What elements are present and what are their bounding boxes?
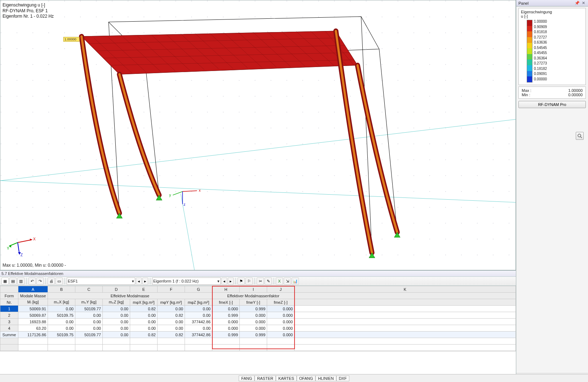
tb-btn-display[interactable]: ▭	[56, 277, 63, 285]
table-row[interactable]: 4 63.200.000.00 0.000.000.00 0.000.0000.…	[0, 325, 516, 332]
annotation-value: 1.00000	[65, 37, 76, 41]
svg-marker-48	[9, 245, 11, 248]
tb-btn-f1[interactable]: ⚑	[238, 277, 245, 285]
col-letter-g[interactable]: G	[185, 286, 212, 293]
viewport-3d[interactable]: x y z 1.00000 Eigenschwingung u [-] RF-D…	[0, 0, 516, 270]
col-letter-c[interactable]: C	[75, 286, 103, 293]
status-raster[interactable]: RASTER	[255, 376, 276, 381]
rf-dynam-pro-button[interactable]: RF-DYNAM Pro	[518, 101, 586, 108]
table-sum-row: Summe 117126.8650109.7550109.770.000.82 …	[0, 332, 516, 338]
table-title: 5.7 Effektive Modalmassenfaktoren	[0, 271, 516, 277]
tb-btn-redo[interactable]: ↷	[36, 277, 44, 285]
tb-btn-f4[interactable]: ✎	[265, 277, 272, 285]
panel-minmax: Max :1.00000 Min :0.00000	[518, 86, 586, 99]
col-letter-k[interactable]: K	[295, 286, 516, 293]
col-letter-e[interactable]: E	[130, 286, 158, 293]
tb-btn-2[interactable]: ▤	[9, 277, 17, 285]
loadcase-combo[interactable]: ESF1▾	[67, 277, 135, 285]
status-kartes[interactable]: KARTES	[276, 376, 297, 381]
global-axis-triad: X Y Z	[7, 232, 39, 257]
tb-btn-3[interactable]: ▥	[17, 277, 25, 285]
prev-case-button[interactable]: ◂	[136, 277, 142, 285]
next-mode-button[interactable]: ▸	[228, 277, 234, 285]
color-legend: Eigenschwingung u [-] 1.000000.909090.81…	[518, 8, 586, 85]
col-letter-d[interactable]: D	[103, 286, 130, 293]
svg-line-54	[580, 137, 582, 138]
viewport-title: Eigenschwingung u [-] RF-DYNAM Pro, ESF …	[3, 3, 54, 19]
status-dxf[interactable]: DXF	[336, 376, 349, 381]
table-row[interactable]: 3 16923.880.000.00 0.000.000.00 377442.8…	[0, 319, 516, 325]
panel-titlebar[interactable]: Panel 📌 ✕	[516, 0, 588, 6]
svg-point-53	[578, 134, 581, 137]
col-letter-b[interactable]: B	[48, 286, 75, 293]
col-letter-j[interactable]: J	[267, 286, 295, 293]
tb-btn-f3[interactable]: ✂	[257, 277, 264, 285]
results-table-area: 5.7 Effektive Modalmassenfaktoren ▦ ▤ ▥ …	[0, 270, 516, 382]
zoom-extents-button[interactable]	[576, 132, 584, 140]
status-hlinien[interactable]: HLINIEN	[315, 376, 336, 381]
tb-btn-undo[interactable]: ↶	[28, 277, 36, 285]
svg-text:z: z	[184, 203, 185, 206]
mode-combo[interactable]: Eigenform 1 (f : 0.022 Hz)▾	[152, 277, 221, 285]
tb-btn-f2[interactable]: ⚐	[246, 277, 253, 285]
svg-text:Y: Y	[7, 246, 9, 250]
next-case-button[interactable]: ▸	[142, 277, 148, 285]
tb-btn-1[interactable]: ▦	[1, 277, 9, 285]
svg-text:x: x	[199, 188, 200, 192]
tb-btn-export[interactable]: ⇲	[284, 277, 291, 285]
table-row[interactable]: 2 50069.8750109.750.00 0.000.000.82 0.00…	[0, 312, 516, 319]
magnifier-icon	[577, 133, 582, 138]
viewport-minmax: Max u: 1.00000, Min u: 0.00000 -	[3, 263, 66, 268]
svg-text:y: y	[169, 193, 171, 197]
tb-btn-print[interactable]: 🖨	[48, 277, 55, 285]
status-bar: FANGRASTERKARTESOFANGHLINIENDXF	[0, 374, 588, 382]
results-table[interactable]: A B C D E F G H I J K Form Modale	[0, 286, 516, 351]
col-letter-f[interactable]: F	[158, 286, 185, 293]
close-icon[interactable]: ✕	[581, 1, 586, 5]
table-toolbar: ▦ ▤ ▥ ↶ ↷ 🖨 ▭ ESF1▾ ◂ ▸ Eigenform 1 (f :…	[0, 277, 516, 286]
table-row[interactable]: 1 50069.910.0050109.77 0.000.820.00 0.00…	[0, 306, 516, 312]
svg-text:X: X	[33, 237, 36, 241]
svg-text:Z: Z	[21, 253, 23, 257]
svg-marker-45	[30, 239, 32, 241]
side-panel: Panel 📌 ✕ Eigenschwingung u [-] 1.000000…	[516, 0, 588, 382]
col-letter-a[interactable]: A	[18, 286, 48, 293]
tb-btn-excel[interactable]: X	[276, 277, 283, 285]
col-letter-i[interactable]: I	[240, 286, 267, 293]
scene-svg: x y z 1.00000	[0, 0, 516, 270]
col-letter-h[interactable]: H	[212, 286, 240, 293]
prev-mode-button[interactable]: ◂	[221, 277, 227, 285]
tb-btn-chart[interactable]: 📊	[292, 277, 299, 285]
status-ofang[interactable]: OFANG	[297, 376, 316, 381]
status-fang[interactable]: FANG	[239, 376, 255, 381]
pin-icon[interactable]: 📌	[575, 1, 580, 5]
